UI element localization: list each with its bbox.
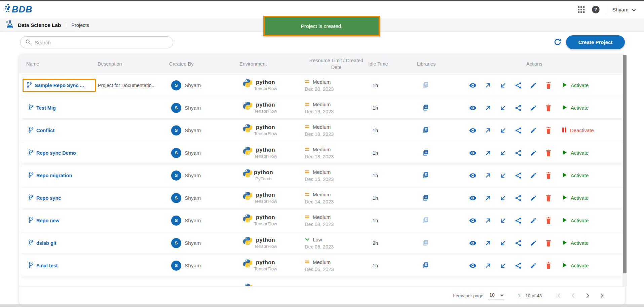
eye-icon[interactable] [469, 217, 477, 225]
stacked-documents-icon[interactable] [407, 126, 430, 135]
question-mark-help-icon[interactable]: ? [592, 5, 600, 14]
activate-button[interactable]: Activate [562, 172, 589, 179]
activate-button[interactable]: Activate [562, 262, 589, 269]
eye-icon[interactable] [469, 104, 477, 112]
stacked-documents-icon[interactable] [407, 171, 430, 180]
pencil-icon[interactable] [529, 104, 537, 112]
last-page-icon[interactable] [599, 292, 606, 299]
bdb-logo[interactable]: BDB [5, 3, 33, 16]
project-name-link[interactable]: Repo new [28, 217, 59, 224]
arrow-down-left-icon[interactable] [499, 217, 507, 225]
arrow-up-right-icon[interactable] [484, 194, 492, 202]
breadcrumb-app-name[interactable]: Data Science Lab [18, 22, 61, 28]
pencil-icon[interactable] [529, 217, 537, 225]
eye-icon[interactable] [469, 81, 477, 89]
stacked-documents-icon[interactable] [407, 149, 430, 157]
arrow-down-left-icon[interactable] [499, 239, 507, 247]
pencil-icon[interactable] [529, 81, 537, 89]
pencil-icon[interactable] [529, 149, 537, 157]
project-name-link[interactable]: Repo migration [28, 172, 72, 179]
arrow-down-left-icon[interactable] [499, 194, 507, 202]
eye-icon[interactable] [469, 194, 477, 202]
activate-button[interactable]: Activate [562, 240, 589, 246]
vertical-scrollbar[interactable] [622, 55, 627, 286]
arrow-down-left-icon[interactable] [499, 262, 507, 270]
share-icon[interactable] [514, 171, 522, 180]
arrow-down-left-icon[interactable] [499, 104, 507, 112]
trash-icon[interactable] [544, 126, 553, 135]
arrow-down-left-icon[interactable] [499, 126, 507, 135]
resource-limit: Medium [305, 169, 334, 175]
stacked-documents-icon[interactable] [407, 261, 430, 270]
share-icon[interactable] [514, 239, 522, 247]
arrow-up-right-icon[interactable] [484, 239, 492, 247]
share-icon[interactable] [514, 194, 522, 202]
apps-grid-icon[interactable] [577, 5, 585, 14]
user-menu[interactable]: Shyam [612, 7, 636, 13]
avatar: S [171, 125, 181, 136]
project-name-link[interactable]: Final test [28, 262, 58, 269]
resource-limit: Low [305, 237, 334, 242]
project-row: Repo migration SShyam pythonPyTorch Medi… [21, 164, 623, 186]
eye-icon[interactable] [469, 239, 477, 247]
environment-name: python [256, 191, 275, 198]
share-icon[interactable] [514, 126, 522, 135]
share-icon[interactable] [514, 149, 522, 157]
search-input[interactable] [34, 39, 163, 46]
trash-icon[interactable] [544, 217, 553, 225]
trash-icon[interactable] [544, 104, 553, 112]
pencil-icon[interactable] [529, 239, 537, 247]
trash-icon[interactable] [544, 81, 553, 89]
arrow-up-right-icon[interactable] [484, 81, 492, 89]
next-page-icon[interactable] [584, 292, 592, 299]
share-icon[interactable] [514, 262, 522, 270]
arrow-up-right-icon[interactable] [484, 126, 492, 135]
activate-button[interactable]: Activate [562, 105, 589, 111]
eye-icon[interactable] [469, 149, 477, 157]
create-project-button[interactable]: Create Project [566, 35, 625, 49]
project-name-link[interactable]: Repo sync Demo [28, 149, 76, 157]
trash-icon[interactable] [544, 239, 553, 247]
share-icon[interactable] [514, 104, 522, 112]
trash-icon[interactable] [544, 262, 553, 270]
activate-button[interactable]: Activate [562, 82, 589, 89]
scrollbar-thumb[interactable] [623, 55, 627, 273]
arrow-up-right-icon[interactable] [484, 149, 492, 157]
arrow-up-right-icon[interactable] [484, 262, 492, 270]
pencil-icon[interactable] [529, 171, 537, 180]
share-icon[interactable] [514, 217, 522, 225]
python-logo-icon [243, 214, 252, 224]
created-date: Dec 18, 2023 [305, 154, 334, 159]
eye-icon[interactable] [469, 126, 477, 135]
project-row: Repo sync SShyam pythonTensorFlow Medium… [21, 187, 623, 209]
trash-icon[interactable] [544, 194, 553, 202]
share-icon[interactable] [514, 81, 522, 89]
project-name-link[interactable]: dslab git [28, 239, 56, 247]
refresh-icon[interactable] [553, 38, 562, 48]
pencil-icon[interactable] [529, 262, 537, 270]
arrow-up-right-icon[interactable] [484, 217, 492, 225]
arrow-up-right-icon[interactable] [484, 171, 492, 180]
stacked-documents-icon[interactable] [407, 194, 430, 202]
pencil-icon[interactable] [529, 126, 537, 135]
environment-name: python [256, 259, 275, 266]
deactivate-button[interactable]: Deactivate [562, 127, 594, 134]
pencil-icon[interactable] [529, 194, 537, 202]
arrow-down-left-icon[interactable] [499, 81, 507, 89]
trash-icon[interactable] [544, 171, 553, 180]
activate-button[interactable]: Activate [562, 150, 589, 156]
project-name-link[interactable]: Conflict [28, 127, 54, 134]
arrow-up-right-icon[interactable] [484, 104, 492, 112]
stacked-documents-icon[interactable] [407, 104, 430, 112]
activate-button[interactable]: Activate [562, 195, 589, 201]
project-name-link[interactable]: Sample Repo Sync ... [23, 79, 96, 92]
project-name-link[interactable]: Test Mig [28, 104, 56, 112]
eye-icon[interactable] [469, 262, 477, 270]
arrow-down-left-icon[interactable] [499, 171, 507, 180]
arrow-down-left-icon[interactable] [499, 149, 507, 157]
items-per-page-select[interactable]: 10 [488, 292, 504, 300]
trash-icon[interactable] [544, 149, 553, 157]
activate-button[interactable]: Activate [562, 217, 589, 224]
eye-icon[interactable] [469, 171, 477, 180]
project-name-link[interactable]: Repo sync [28, 194, 61, 202]
